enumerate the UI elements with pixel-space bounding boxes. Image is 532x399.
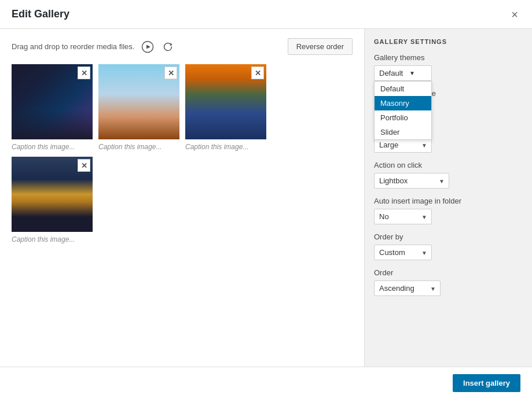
gallery-themes-select[interactable]: Default ▼ (374, 65, 432, 81)
image-wrapper-4: ✕ (12, 157, 93, 232)
refresh-icon-button[interactable] (161, 40, 175, 54)
gallery-settings-sidebar: GALLERY SETTINGS Gallery themes Default … (364, 29, 532, 367)
order-by-dropdown: Custom Date Name Random ▼ (374, 245, 432, 260)
themes-option-default[interactable]: Default (375, 82, 431, 96)
image-caption-2: Caption this image... (98, 143, 179, 151)
modal-header: Edit Gallery × (0, 0, 532, 29)
image-caption-4: Caption this image... (12, 235, 93, 243)
gallery-themes-group: Gallery themes Default ▼ Default Masonry… (374, 53, 523, 81)
order-dropdown: Ascending Descending ▼ (374, 280, 441, 296)
gallery-themes-label: Gallery themes (374, 53, 523, 62)
list-item: ✕ Caption this image... (98, 64, 179, 151)
remove-image-3-button[interactable]: ✕ (251, 66, 264, 79)
insert-gallery-button[interactable]: Insert gallery (453, 374, 520, 392)
reverse-order-button[interactable]: Reverse order (288, 38, 353, 55)
image-grid: ✕ Caption this image... ✕ Caption this i… (12, 64, 353, 243)
refresh-icon (162, 41, 174, 53)
order-group: Order Ascending Descending ▼ (374, 268, 523, 296)
auto-insert-dropdown: No Yes ▼ (374, 209, 432, 224)
themes-option-slider[interactable]: Slider (375, 125, 431, 139)
main-area: Drag and drop to reorder media files. (0, 29, 364, 367)
modal-title: Edit Gallery (12, 8, 69, 20)
auto-insert-select[interactable]: No Yes (374, 209, 432, 224)
action-on-click-dropdown: None Lightbox Link to page Link to file … (374, 173, 449, 189)
order-label: Order (374, 268, 523, 277)
close-button[interactable]: × (509, 9, 520, 20)
gallery-themes-dropdown[interactable]: Default ▼ Default Masonry Portfolio Slid… (374, 65, 432, 81)
image-wrapper-1: ✕ (12, 64, 93, 139)
gallery-themes-list: Default Masonry Portfolio Slider (374, 81, 432, 140)
toolbar-left: Drag and drop to reorder media files. (12, 39, 175, 54)
action-on-click-select[interactable]: None Lightbox Link to page Link to file (374, 173, 449, 189)
edit-gallery-modal: Edit Gallery × Drag and drop to reorder … (0, 0, 532, 399)
image-wrapper-2: ✕ (98, 64, 179, 139)
gallery-themes-arrow: ▼ (409, 70, 415, 76)
toolbar: Drag and drop to reorder media files. (12, 38, 353, 55)
image-caption-3: Caption this image... (185, 143, 266, 151)
remove-image-4-button[interactable]: ✕ (78, 159, 90, 172)
play-icon-button[interactable] (140, 39, 155, 54)
image-caption-1: Caption this image... (12, 143, 93, 151)
drag-drop-label: Drag and drop to reorder media files. (12, 42, 134, 51)
settings-title: GALLERY SETTINGS (374, 38, 523, 45)
order-by-label: Order by (374, 232, 523, 241)
action-on-click-group: Action on click None Lightbox Link to pa… (374, 161, 523, 189)
order-select[interactable]: Ascending Descending (374, 280, 441, 296)
auto-insert-group: Auto insert image in folder No Yes ▼ (374, 197, 523, 224)
auto-insert-label: Auto insert image in folder (374, 197, 523, 205)
list-item: ✕ Caption this image... (12, 64, 93, 151)
gallery-themes-current: Default (379, 69, 403, 77)
image-wrapper-3: ✕ (185, 64, 266, 139)
remove-image-1-button[interactable]: ✕ (78, 66, 90, 79)
modal-footer: Insert gallery (0, 367, 532, 399)
list-item: ✕ Caption this image... (12, 157, 93, 243)
order-by-group: Order by Custom Date Name Random ▼ (374, 232, 523, 260)
modal-body: Drag and drop to reorder media files. (0, 29, 532, 367)
themes-option-masonry[interactable]: Masonry (375, 96, 431, 110)
themes-option-portfolio[interactable]: Portfolio (375, 110, 431, 125)
order-by-select[interactable]: Custom Date Name Random (374, 245, 432, 260)
action-on-click-label: Action on click (374, 161, 523, 169)
remove-image-2-button[interactable]: ✕ (164, 66, 177, 79)
play-icon (141, 40, 154, 53)
list-item: ✕ Caption this image... (185, 64, 266, 151)
svg-marker-1 (146, 45, 151, 49)
